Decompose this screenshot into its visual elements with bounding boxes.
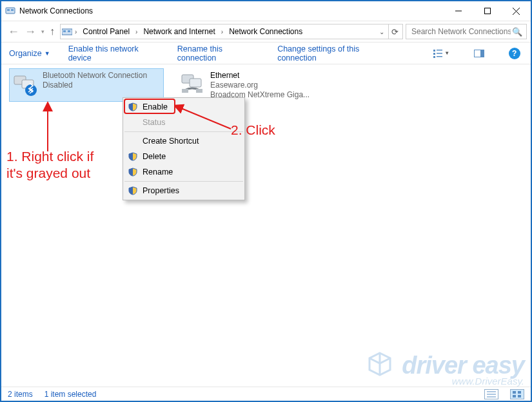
chevron-right-icon[interactable]: ›	[134, 28, 139, 35]
shield-icon	[128, 168, 137, 177]
address-dropdown-caret[interactable]: ⌄	[377, 28, 387, 35]
svg-rect-10	[433, 50, 435, 52]
adapter-domain: Easeware.org	[210, 81, 310, 90]
help-icon: ?	[509, 48, 520, 59]
organize-menu[interactable]: Organize▼	[9, 49, 50, 58]
minimize-button[interactable]	[444, 1, 473, 21]
app-icon	[5, 6, 15, 16]
maximize-button[interactable]	[473, 1, 502, 21]
svg-rect-8	[63, 30, 66, 32]
navigation-bar: ← → ▾ ↑ › Control Panel › Network and In…	[1, 21, 531, 43]
shield-icon	[128, 186, 137, 195]
nav-history-caret[interactable]: ▾	[41, 28, 44, 35]
enable-device-command[interactable]: Enable this network device	[68, 44, 159, 62]
ctx-properties-label: Properties	[143, 186, 179, 195]
svg-rect-9	[68, 30, 70, 32]
refresh-button[interactable]: ⟳	[388, 24, 401, 39]
svg-rect-17	[480, 50, 484, 57]
annotation-step1: 1. Right click if it's grayed out	[6, 148, 94, 182]
nav-forward-button[interactable]: →	[25, 25, 36, 39]
rename-connection-command[interactable]: Rename this connection	[177, 44, 259, 62]
ctx-delete-label: Delete	[143, 152, 166, 161]
svg-rect-11	[437, 50, 442, 51]
breadcrumb-control-panel[interactable]: Control Panel	[79, 24, 133, 39]
close-button[interactable]	[502, 1, 531, 21]
ctx-status-label: Status	[143, 118, 165, 127]
list-view-icon	[433, 49, 442, 58]
svg-rect-4	[484, 8, 490, 14]
svg-rect-34	[513, 395, 516, 397]
command-bar: Organize▼ Enable this network device Ren…	[1, 43, 531, 64]
ctx-delete[interactable]: Delete	[123, 149, 244, 164]
preview-pane-icon	[474, 50, 484, 57]
ctx-enable[interactable]: Enable	[123, 99, 244, 115]
address-bar[interactable]: › Control Panel › Network and Internet ›…	[60, 24, 403, 39]
details-view-button[interactable]	[484, 389, 498, 399]
shield-icon	[128, 152, 137, 161]
svg-rect-33	[518, 391, 521, 394]
adapter-name: Ethernet	[210, 71, 310, 81]
status-bar: 2 items 1 item selected	[1, 387, 531, 401]
breadcrumb-network-connections[interactable]: Network Connections	[226, 24, 306, 39]
help-button[interactable]: ?	[506, 46, 523, 61]
window-title: Network Connections	[19, 6, 444, 15]
adapter-name: Bluetooth Network Connection	[43, 71, 147, 81]
search-icon[interactable]: 🔍	[512, 27, 522, 37]
title-bar: Network Connections	[1, 1, 531, 21]
svg-rect-24	[190, 79, 201, 87]
chevron-right-icon[interactable]: ›	[220, 28, 224, 35]
svg-rect-35	[518, 395, 521, 397]
bluetooth-adapter-icon	[12, 71, 37, 97]
ctx-enable-label: Enable	[143, 102, 168, 111]
preview-pane-button[interactable]	[471, 46, 488, 61]
ctx-rename-label: Rename	[143, 168, 173, 177]
view-options-button[interactable]: ▼	[431, 46, 453, 61]
tiles-view-icon	[511, 390, 524, 399]
ctx-create-shortcut-label: Create Shortcut	[143, 137, 199, 146]
svg-rect-14	[433, 56, 435, 58]
ctx-status: Status	[123, 115, 244, 130]
breadcrumb-network-internet[interactable]: Network and Internet	[140, 24, 218, 39]
svg-rect-26	[196, 89, 202, 93]
annotation-step2: 2. Click	[231, 122, 275, 138]
nav-up-button[interactable]: ↑	[50, 26, 55, 37]
change-settings-command[interactable]: Change settings of this connection	[277, 44, 394, 62]
svg-rect-15	[437, 56, 442, 57]
shield-icon	[128, 102, 137, 111]
ctx-properties[interactable]: Properties	[123, 183, 244, 198]
status-item-count: 2 items	[8, 390, 33, 399]
search-input[interactable]	[410, 26, 512, 37]
status-selected-count: 1 item selected	[44, 390, 97, 399]
ctx-separator	[124, 131, 243, 132]
ctx-rename[interactable]: Rename	[123, 164, 244, 180]
svg-rect-32	[513, 391, 516, 394]
svg-rect-13	[437, 53, 442, 54]
svg-rect-2	[11, 9, 14, 11]
adapter-status: Disabled	[43, 81, 147, 90]
svg-rect-1	[7, 9, 10, 11]
svg-rect-25	[182, 89, 188, 93]
search-box[interactable]: 🔍	[406, 24, 527, 39]
chevron-right-icon[interactable]: ›	[74, 28, 78, 35]
nav-back-button[interactable]: ←	[8, 25, 19, 39]
address-icon	[62, 28, 72, 35]
context-menu: Enable Status Create Shortcut Delete Ren…	[123, 97, 245, 200]
tiles-view-button[interactable]	[510, 389, 524, 399]
ctx-separator	[124, 181, 243, 182]
ctx-create-shortcut[interactable]: Create Shortcut	[123, 133, 244, 149]
ethernet-adapter-icon	[179, 71, 205, 97]
svg-rect-12	[433, 53, 435, 55]
content-area: Bluetooth Network Connection Disabled Et…	[1, 64, 531, 387]
details-view-icon	[485, 390, 498, 399]
